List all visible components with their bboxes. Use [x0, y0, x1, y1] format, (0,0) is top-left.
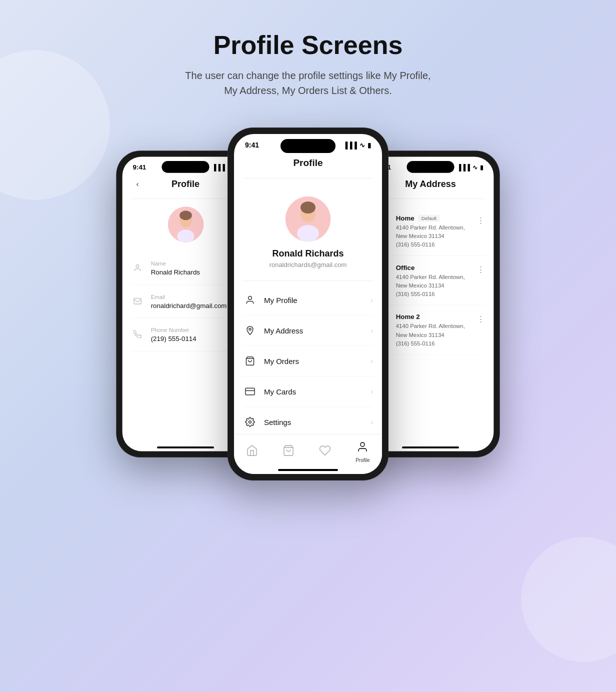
email-icon-left — [131, 294, 144, 308]
home-address-phone: (316) 555-0116 — [396, 242, 474, 248]
wifi-icon-r: ∿ — [472, 164, 478, 170]
svg-point-10 — [248, 296, 252, 300]
svg-point-9 — [297, 225, 319, 242]
person-icon-menu — [243, 293, 257, 307]
home-bar-center — [278, 469, 338, 471]
center-profile-email: ronaldrichards@gmail.com — [270, 261, 347, 268]
back-button-left[interactable]: ‹ — [131, 178, 144, 191]
home2-address-phone: (316) 555-0116 — [396, 340, 474, 346]
center-avatar — [286, 196, 330, 242]
chevron-my-orders: › — [370, 357, 373, 365]
page-header: Profile Screens The user can change the … — [183, 30, 433, 98]
home-bar-right — [402, 446, 459, 448]
chevron-my-cards: › — [370, 388, 373, 396]
office-address-details: Office 4140 Parker Rd. Allentown, New Me… — [396, 264, 474, 297]
email-label: Email — [151, 294, 227, 300]
settings-label: Settings — [264, 418, 370, 426]
my-orders-label: My Orders — [264, 357, 370, 366]
avatar-image-left — [168, 206, 203, 242]
more-icon-home2[interactable]: ⋮ — [476, 314, 485, 324]
center-phone: 9:41 ▐▐▐ ∿ ▮ Profile — [228, 128, 388, 480]
status-icons-center: ▐▐▐ ∿ ▮ — [343, 142, 371, 149]
phone-icon-left — [131, 328, 144, 342]
svg-point-13 — [249, 421, 252, 424]
location-icon-menu — [243, 324, 257, 338]
home2-address-details: Home 2 4140 Parker Rd. Allentown, New Me… — [396, 313, 474, 346]
bottom-nav-profile[interactable]: Profile — [356, 441, 370, 463]
email-field: Email ronaldrichard@gmail.com — [131, 285, 240, 318]
battery-icon-c: ▮ — [368, 142, 371, 149]
person-icon-left — [131, 262, 144, 275]
svg-point-3 — [177, 230, 194, 242]
wifi-icon-c: ∿ — [360, 142, 365, 149]
avatar-image-center — [286, 196, 330, 242]
name-label: Name — [151, 260, 200, 267]
card-icon-menu — [243, 384, 257, 398]
menu-item-settings[interactable]: Settings › — [243, 407, 373, 438]
chevron-my-address: › — [370, 326, 373, 334]
home-title-row: Home Default — [396, 214, 474, 222]
heart-icon-nav — [319, 444, 331, 460]
address-item-office[interactable]: Office 4140 Parker Rd. Allentown, New Me… — [376, 256, 486, 306]
home2-title-row: Home 2 — [396, 313, 474, 320]
svg-point-2 — [180, 210, 192, 220]
more-icon-home[interactable]: ⋮ — [476, 215, 485, 226]
profile-nav-label: Profile — [356, 458, 370, 463]
home-address-name: Home — [396, 214, 414, 222]
bottom-nav-bag[interactable] — [282, 444, 294, 460]
home2-address-name: Home 2 — [396, 313, 420, 320]
phone-field-content: Phone Number (219) 555-0114 — [151, 327, 196, 342]
office-address-phone: (316) 555-0116 — [396, 290, 474, 297]
dynamic-island-right — [407, 161, 454, 173]
center-phone-screen: 9:41 ▐▐▐ ∿ ▮ Profile — [234, 134, 382, 474]
center-nav-header: Profile — [243, 152, 373, 178]
chevron-my-profile: › — [370, 296, 373, 304]
time-left: 9:41 — [133, 164, 146, 171]
dynamic-island-left — [162, 161, 210, 173]
svg-point-8 — [300, 202, 316, 214]
email-field-content: Email ronaldrichard@gmail.com — [151, 294, 227, 309]
page-title: Profile Screens — [183, 30, 433, 60]
menu-item-my-profile[interactable]: My Profile › — [243, 285, 373, 316]
status-icons-right: ▐▐▐ ∿ ▮ — [457, 164, 484, 170]
page-subtitle: The user can change the profile settings… — [183, 68, 433, 98]
signal-icon-c: ▐▐▐ — [343, 142, 357, 149]
menu-item-my-address[interactable]: My Address › — [243, 316, 373, 346]
svg-rect-5 — [134, 298, 141, 304]
office-address-text: 4140 Parker Rd. Allentown, New Mexico 31… — [396, 272, 474, 290]
home-address-details: Home Default 4140 Parker Rd. Allentown, … — [396, 214, 474, 248]
svg-point-4 — [136, 264, 139, 268]
battery-icon-r: ▮ — [480, 164, 484, 170]
more-icon-office[interactable]: ⋮ — [476, 264, 485, 275]
home-icon-nav — [246, 444, 258, 460]
my-address-label: My Address — [264, 326, 370, 335]
name-field: Name Ronald Richards — [131, 252, 240, 286]
bottom-nav: Profile — [234, 434, 382, 474]
phones-container: 9:41 ▐▐▐ ∿ ▮ ‹ Profile — [93, 128, 523, 480]
my-profile-label: My Profile — [264, 296, 370, 304]
center-profile-header: Ronald Richards ronaldrichards@gmail.com — [243, 186, 373, 281]
settings-icon-menu — [243, 415, 257, 429]
default-badge: Default — [418, 214, 440, 222]
bottom-nav-heart[interactable] — [319, 444, 331, 460]
bag-icon-nav — [282, 444, 294, 460]
my-cards-label: My Cards — [264, 388, 370, 396]
office-title-row: Office — [396, 264, 474, 271]
svg-rect-11 — [246, 388, 254, 394]
dynamic-island-center — [280, 139, 336, 153]
address-item-home2[interactable]: Home 2 4140 Parker Rd. Allentown, New Me… — [376, 306, 486, 355]
office-address-name: Office — [396, 264, 415, 271]
name-field-content: Name Ronald Richards — [151, 260, 200, 276]
address-item-home[interactable]: Home Default 4140 Parker Rd. Allentown, … — [376, 206, 486, 256]
center-nav-title: Profile — [257, 158, 359, 168]
menu-item-my-orders[interactable]: My Orders › — [243, 346, 373, 376]
bottom-nav-home[interactable] — [246, 444, 258, 460]
left-nav-header: ‹ Profile — [131, 174, 240, 199]
menu-item-my-cards[interactable]: My Cards › — [243, 376, 373, 407]
chevron-settings: › — [370, 418, 373, 426]
left-avatar — [168, 206, 203, 242]
center-screen-content: Profile Ronald Richards ronaldrichards@g… — [234, 152, 382, 438]
bag-icon-menu — [243, 354, 257, 368]
signal-icon-r: ▐▐▐ — [457, 164, 470, 170]
phone-value: (219) 555-0114 — [151, 335, 196, 342]
